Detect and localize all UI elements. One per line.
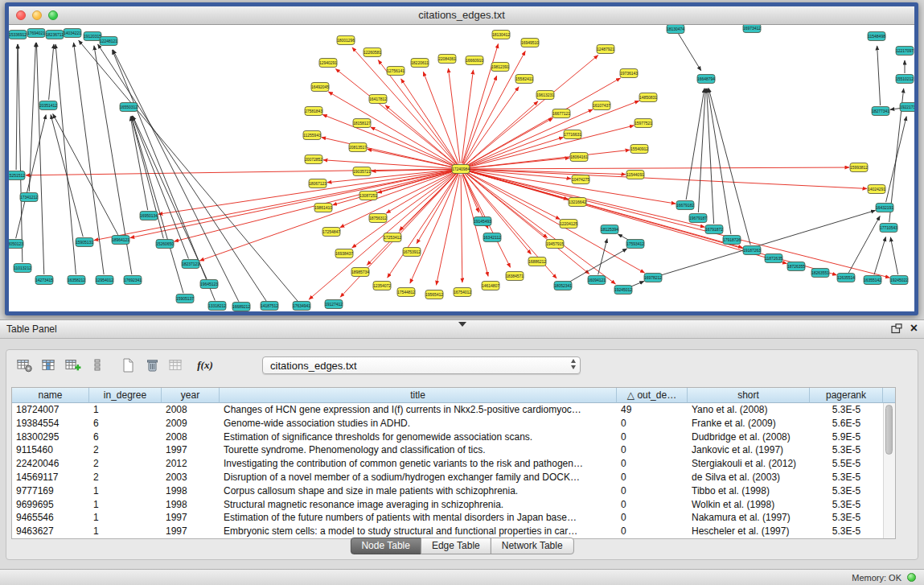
graph-node[interactable]: 18726355 [787,262,805,271]
graph-node[interactable]: 16949510 [521,39,539,47]
graph-node[interactable]: 19457915 [546,240,564,249]
graph-node[interactable]: 16677121 [552,109,570,118]
tab-network-table[interactable]: Network Table [491,538,574,554]
table-row[interactable]: 1872400712008Changes of HCN gene express… [12,403,883,417]
graph-node[interactable]: 18964121 [112,236,129,245]
column-header-short[interactable]: short [688,388,810,403]
graph-node[interactable]: 18277341 [872,107,889,116]
memory-status-indicator[interactable] [907,573,916,582]
graph-node[interactable]: 19245022 [890,276,908,285]
tab-edge-table[interactable]: Edge Table [421,538,491,554]
graph-node[interactable]: 17593412 [626,240,644,249]
graph-node[interactable]: 18237121 [182,260,199,269]
table-row[interactable]: 946362711997Embryonic stem cells: a mode… [12,525,883,538]
graph-node[interactable]: 18220611 [411,59,429,68]
graph-node[interactable]: 20813517 [349,143,367,152]
graph-node[interactable]: 16938437 [335,249,353,258]
graph-node[interactable]: 12217097 [896,47,914,56]
close-panel-icon[interactable]: × [910,322,918,335]
graph-node[interactable]: 15510212 [896,75,914,84]
graph-node[interactable]: 14024291 [868,185,885,194]
table-mode-icon[interactable] [14,356,35,375]
graph-node[interactable]: 16417812 [369,95,387,104]
graph-node[interactable]: 19035721 [353,167,371,176]
graph-node[interactable]: 16432191 [876,204,893,212]
graph-node[interactable]: 12940291 [319,59,337,68]
column-header-pagerank[interactable]: pagerank [810,388,883,403]
graph-node[interactable]: 16679182 [676,201,694,210]
float-panel-icon[interactable] [891,323,902,334]
graph-node[interactable]: 18158127 [353,119,371,128]
table-row[interactable]: 911546021997Tourette syndrome. Phenomeno… [12,443,883,457]
table-row[interactable]: 946554611997Estimation of the future num… [12,511,883,525]
graph-node[interactable]: 19645123 [200,280,218,289]
graph-node[interactable]: 12204125 [560,220,577,229]
graph-node[interactable]: 16550312 [120,103,138,112]
table-row[interactable]: 977716911998Corpus callosum shape and si… [12,484,883,498]
graph-node[interactable]: 16973412 [743,25,761,33]
graph-node[interactable]: 16492045 [311,83,329,92]
graph-node[interactable]: 15336912 [9,31,27,39]
function-builder-button[interactable]: f(x) [195,356,216,375]
graph-node[interactable]: 16689212 [232,303,250,311]
graph-node[interactable]: 16754012 [454,288,471,297]
graph-node[interactable]: 12260581 [363,48,381,57]
graph-node[interactable]: 18001296 [337,36,355,45]
graph-node[interactable]: 17240984 [452,165,470,174]
graph-node[interactable]: 15905137 [176,295,194,303]
graph-node[interactable]: 19145493 [474,217,491,226]
graph-node[interactable]: 15251512 [9,171,25,180]
graph-node[interactable]: 16950134 [140,212,158,220]
graph-node[interactable]: 18985734 [351,268,369,277]
graph-node[interactable]: 17918726 [723,236,741,245]
network-canvas[interactable]: 1724098418001296129402911649204527581843… [9,25,914,311]
graph-node[interactable]: 15260650 [156,240,174,249]
graph-node[interactable]: 17710543 [880,224,897,233]
graph-node[interactable]: 19613231 [536,91,554,100]
graph-node[interactable]: 18130412 [492,31,510,39]
graph-node[interactable]: 19221731 [900,103,914,112]
network-table-selector[interactable]: citations_edges.txt [262,356,581,374]
graph-node[interactable]: 19679187 [689,214,707,223]
graph-node[interactable]: 12354072 [373,282,391,290]
graph-node[interactable]: 15977521 [634,119,652,128]
column-header-title[interactable]: title [220,388,617,403]
table-row[interactable]: 1456911722003Disruption of a novel membe… [12,471,883,484]
graph-node[interactable]: 14034221 [64,29,81,38]
graph-node[interactable]: 18263551 [811,269,829,278]
graph-node[interactable]: 19736143 [620,69,638,78]
graph-node[interactable]: 18125394 [601,225,618,234]
graph-node[interactable]: 14273415 [35,276,53,285]
graph-node[interactable]: 14850831 [639,93,657,102]
graph-node[interactable]: 19861410 [314,204,332,212]
graph-node[interactable]: 18756312 [369,214,387,223]
graph-node[interactable]: 18064161 [570,153,588,162]
table-row[interactable]: 1938455462009Genome-wide association stu… [12,417,883,431]
graph-node[interactable]: 18067123 [309,179,326,188]
graph-node[interactable]: 16355142 [864,276,881,285]
table-row[interactable]: 969969511998Structural magnetic resonanc… [12,498,883,512]
graph-node[interactable]: 19127412 [325,300,343,309]
graph-node[interactable]: 11013212 [14,264,31,273]
graph-node[interactable]: 12248121 [100,37,117,46]
graph-node[interactable]: 12756141 [387,67,405,76]
delete-table-icon[interactable] [142,356,162,375]
graph-node[interactable]: 18130474 [667,25,684,34]
panel-collapse-handle[interactable] [458,322,466,327]
graph-node[interactable]: 20351412 [39,101,57,110]
graph-node[interactable]: 16791872 [705,225,723,234]
show-columns-icon[interactable] [39,356,60,375]
graph-node[interactable]: 16358212 [68,276,85,285]
graph-node[interactable]: 13050123 [9,240,23,249]
graph-node[interactable]: 10474275 [572,175,589,184]
graph-node[interactable]: 22084361 [438,55,456,64]
graph-node[interactable]: 13087251 [359,192,377,200]
table-row[interactable]: 1830029562008Estimation of significance … [12,431,883,444]
scrollbar-thumb[interactable] [885,405,893,455]
graph-node[interactable]: 11872635 [765,254,782,263]
graph-node[interactable]: 11255943 [303,131,321,140]
graph-node[interactable]: 17254847 [322,228,340,237]
graph-node[interactable]: 19245012 [614,286,632,295]
graph-node[interactable]: 19565412 [425,290,443,299]
graph-node[interactable]: 15582411 [515,75,533,84]
